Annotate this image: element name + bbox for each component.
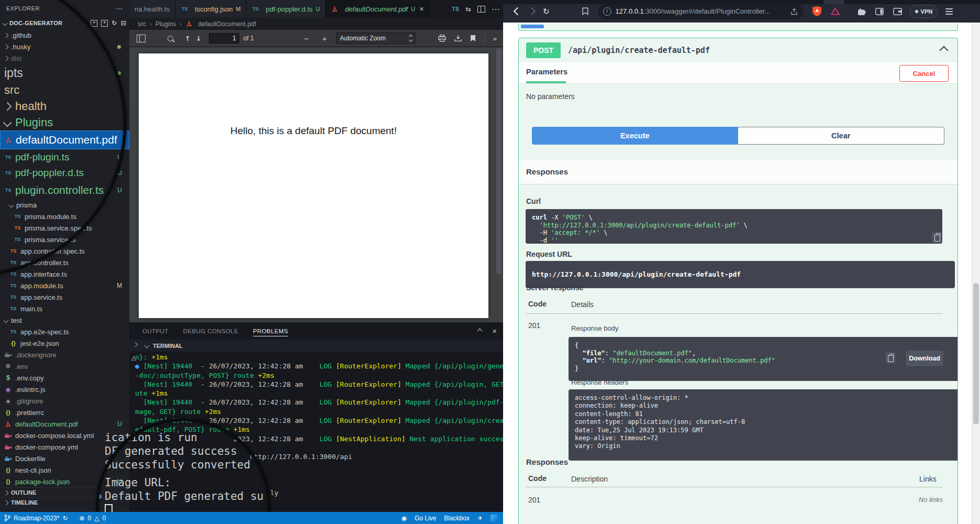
- tree-item[interactable]: .github: [0, 29, 129, 41]
- tree-item[interactable]: dist: [0, 52, 129, 64]
- reload-icon[interactable]: ↻: [543, 7, 550, 16]
- save-download-icon[interactable]: [454, 35, 462, 42]
- warnings-count[interactable]: 0: [102, 515, 106, 522]
- panel-maximize-icon[interactable]: [477, 329, 483, 334]
- side-panel-icon[interactable]: [875, 8, 884, 15]
- response-headers-value[interactable]: access-control-allow-origin: *connection…: [569, 389, 958, 461]
- tree-item[interactable]: $.env.copy: [0, 372, 129, 384]
- pdf-scrollbar[interactable]: [496, 48, 502, 275]
- sync-icon[interactable]: ↻: [62, 515, 68, 522]
- tree-item[interactable]: defaultDocument.pdf: [0, 130, 129, 149]
- blackbox-button[interactable]: Blackbox: [444, 515, 470, 522]
- close-icon[interactable]: ×: [419, 5, 424, 13]
- browser-scrollbar[interactable]: [972, 23, 980, 524]
- breadcrumb-item[interactable]: Plugins: [155, 20, 176, 28]
- cancel-button[interactable]: Cancel: [899, 65, 949, 82]
- zoom-in-icon[interactable]: +: [322, 34, 327, 43]
- zoom-out-icon[interactable]: −: [304, 34, 309, 43]
- tree-item[interactable]: defaultDocument.pdfU: [0, 418, 129, 430]
- extensions-puzzle-icon[interactable]: [858, 7, 866, 16]
- explorer-more-icon[interactable]: ⋯: [116, 4, 124, 13]
- editor-tab[interactable]: na.health.ts: [129, 0, 175, 18]
- menu-icon[interactable]: [945, 8, 953, 15]
- tree-item[interactable]: health: [0, 98, 129, 114]
- bookmark-icon[interactable]: [470, 35, 476, 42]
- tree-item[interactable]: TSapp.interface.ts: [0, 268, 129, 280]
- share-icon[interactable]: [790, 8, 798, 15]
- wallet-icon[interactable]: [893, 8, 902, 15]
- request-url-value[interactable]: http://127.0.0.1:3000/api/plugin/create-…: [526, 261, 955, 288]
- refresh-icon[interactable]: ↻: [112, 20, 117, 26]
- site-info-icon[interactable]: !: [603, 7, 611, 16]
- editor-tab[interactable]: TSpdf-poppler.d.tsU: [247, 0, 326, 18]
- endpoint-header[interactable]: POST /api/plugin/create-default-pdf: [519, 38, 957, 62]
- errors-count[interactable]: 0: [88, 515, 92, 522]
- bookmarks-icon[interactable]: [582, 7, 588, 15]
- tree-item[interactable]: ☸.env: [0, 361, 129, 372]
- explorer-section-header[interactable]: DOC-GENERATOR + + ↻ ⊟: [0, 17, 129, 29]
- panel-tab-problems[interactable]: PROBLEMS: [253, 328, 288, 336]
- tree-item[interactable]: .dockerignore: [0, 349, 129, 361]
- go-live-button[interactable]: Go Live: [415, 515, 436, 522]
- branch-name[interactable]: Roadmap-2023*: [14, 515, 59, 522]
- tree-item[interactable]: {}jest-e2e.json: [0, 337, 129, 349]
- forward-icon[interactable]: [528, 7, 536, 16]
- tree-item[interactable]: ◉.eslintrc.js: [0, 384, 129, 395]
- tree-item[interactable]: TSapp.controller.spec.ts: [0, 245, 129, 257]
- vpn-badge[interactable]: VPN: [909, 5, 939, 18]
- pdf-sidebar-toggle-icon[interactable]: [137, 35, 146, 42]
- brave-shield-icon[interactable]: [812, 6, 821, 16]
- back-icon[interactable]: [514, 7, 522, 16]
- parameters-tab[interactable]: Parameters: [526, 68, 567, 76]
- tree-item[interactable]: TSprisma.module.ts: [0, 211, 129, 222]
- tree-item[interactable]: src: [0, 82, 129, 98]
- brave-rewards-icon[interactable]: [831, 7, 840, 15]
- copy-icon[interactable]: [885, 352, 896, 364]
- search-icon[interactable]: [168, 36, 173, 41]
- clear-button[interactable]: Clear: [738, 127, 945, 145]
- ts-language-icon[interactable]: TS: [452, 6, 459, 12]
- tree-item[interactable]: TSprisma.service.ts: [0, 234, 129, 245]
- tree-item[interactable]: TSapp.controller.ts: [0, 257, 129, 268]
- tree-item[interactable]: TSplugin.controller.tsU: [0, 181, 129, 199]
- tree-item[interactable]: ipts: [0, 64, 129, 82]
- editor-tab[interactable]: TStsconfig.jsonM: [175, 0, 246, 18]
- page-number-input[interactable]: 1: [209, 33, 239, 43]
- tree-item[interactable]: TSapp.e2e-spec.ts: [0, 326, 129, 337]
- panel-close-icon[interactable]: ×: [492, 326, 497, 335]
- tree-item[interactable]: TSmain.ts: [0, 303, 129, 314]
- page-down-icon[interactable]: ↓: [196, 35, 202, 42]
- tree-item[interactable]: Plugins: [0, 114, 129, 130]
- url-bar[interactable]: ! 127.0.0.1:3000/swagger#/default/Plugin…: [598, 4, 803, 19]
- collapse-all-icon[interactable]: ⊟: [121, 20, 126, 26]
- split-editor-icon[interactable]: [477, 6, 485, 13]
- scrollbar-thumb[interactable]: [973, 283, 979, 424]
- toolbar-overflow-icon[interactable]: »: [493, 35, 497, 42]
- page-up-icon[interactable]: ↑: [185, 35, 191, 42]
- tree-item[interactable]: ◈.gitignore: [0, 395, 129, 407]
- print-icon[interactable]: [438, 35, 446, 42]
- response-body-json[interactable]: { "file": "defaultDocument.pdf", "url": …: [569, 337, 958, 381]
- send-plane-icon[interactable]: ✈: [477, 515, 483, 522]
- panel-tab-output[interactable]: OUTPUT: [142, 328, 169, 334]
- tree-item[interactable]: TSpdf-poppler.d.tsU: [0, 165, 129, 181]
- terminal-output[interactable]: n}: +1ms● [Nest] 19440 - 26/07/2023, 12:…: [135, 353, 503, 498]
- extension-status-icon[interactable]: [491, 515, 498, 522]
- tree-item[interactable]: {}.prettierrc: [0, 407, 129, 418]
- execute-button[interactable]: Execute: [532, 127, 738, 145]
- breadcrumb[interactable]: src›Plugins›defaultDocument.pdf: [129, 18, 511, 30]
- tree-item[interactable]: TSapp.service.ts: [0, 291, 129, 303]
- tree-item[interactable]: TSapp.module.tsM: [0, 280, 129, 291]
- breadcrumb-item[interactable]: defaultDocument.pdf: [198, 20, 256, 28]
- tree-item[interactable]: TSpdf-plugin.tsU: [0, 149, 129, 165]
- tree-item[interactable]: test: [0, 314, 129, 326]
- tree-item[interactable]: TSprisma.service.spec.ts: [0, 222, 129, 234]
- breadcrumb-item[interactable]: src: [138, 20, 146, 28]
- terminal-section-header[interactable]: TERMINAL: [129, 340, 503, 352]
- download-button[interactable]: Download: [906, 351, 943, 366]
- tree-item[interactable]: prisma: [0, 199, 129, 211]
- copy-icon[interactable]: [932, 232, 942, 243]
- curl-command[interactable]: curl -X 'POST' \ 'http://127.0.0.1:3000/…: [526, 209, 942, 244]
- more-actions-icon[interactable]: ⋯: [492, 4, 500, 14]
- collapse-chevron-icon[interactable]: [940, 46, 949, 55]
